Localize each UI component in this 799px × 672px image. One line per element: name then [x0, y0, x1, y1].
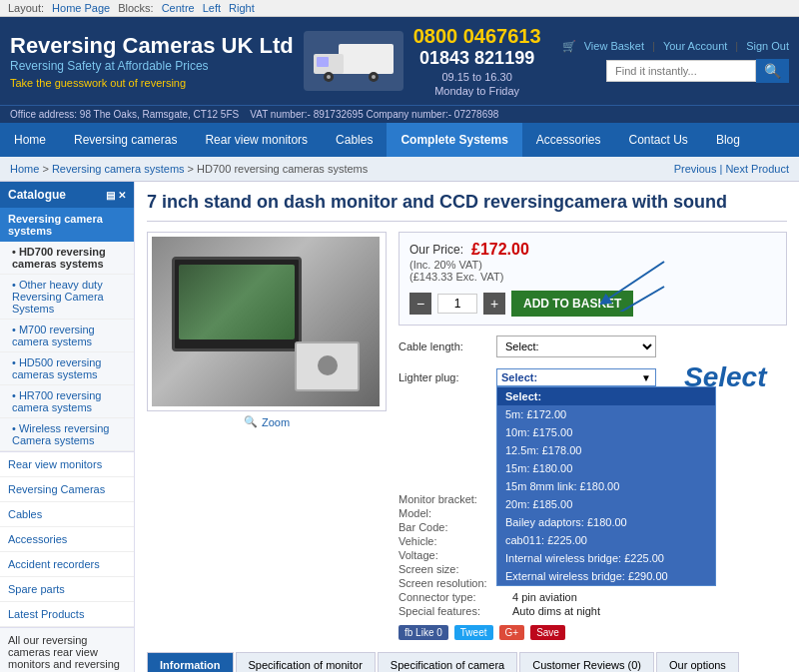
qty-input[interactable]: [437, 294, 477, 314]
sidebar-link-spare-parts[interactable]: Spare parts: [0, 577, 134, 602]
annotation-arrows: [594, 252, 674, 312]
spec-label-vehicle: Vehicle:: [399, 535, 508, 547]
tab-customer-reviews[interactable]: Customer Reviews (0): [519, 652, 654, 672]
sidebar-item-hd700[interactable]: • HD700 reversing cameras systems: [0, 242, 134, 275]
cable-length-row: Cable length: Select: 5m: £172.00 10m: £…: [399, 336, 787, 357]
sidebar-link-accident-recorders[interactable]: Accident recorders: [0, 552, 134, 577]
next-link[interactable]: Next Product: [725, 163, 789, 175]
main-content: Catalogue ▤ ✕ Reversing camera systems •…: [0, 182, 799, 672]
sidebar-link-rear-view-monitors[interactable]: Rear view monitors: [0, 452, 134, 477]
zoom-label[interactable]: Zoom: [262, 416, 290, 428]
tab-information[interactable]: Information: [147, 652, 234, 672]
spec-value-special: Auto dims at night: [512, 605, 600, 617]
header-search: 🔍: [606, 59, 789, 83]
view-basket-link[interactable]: View Basket: [584, 40, 644, 53]
spec-label-monitor-bracket: Monitor bracket:: [399, 493, 508, 505]
nav-reversing-cameras[interactable]: Reversing cameras: [60, 123, 191, 157]
sign-out-link[interactable]: Sign Out: [746, 40, 789, 53]
sidebar-section-title-reversing[interactable]: Reversing camera systems: [0, 208, 134, 242]
sidebar-reversing-camera-systems: Reversing camera systems • HD700 reversi…: [0, 208, 134, 452]
tabs-row: Information Specification of monitor Spe…: [147, 652, 787, 672]
zoom-link[interactable]: 🔍 Zoom: [147, 415, 387, 428]
header-links: 🛒 View Basket | Your Account | Sign Out: [562, 40, 789, 53]
lighter-plug-option-10m[interactable]: 10m: £175.00: [497, 423, 715, 441]
lighter-plug-select-display[interactable]: Select: ▼: [496, 368, 656, 386]
sidebar-item-other-heavy[interactable]: • Other heavy duty Reversing Camera Syst…: [0, 275, 134, 320]
cable-length-select[interactable]: Select: 5m: £172.00 10m: £175.00 12.5m: …: [496, 336, 656, 357]
your-account-link[interactable]: Your Account: [663, 40, 727, 53]
layout-label: Layout:: [8, 2, 44, 14]
nav-complete-systems[interactable]: Complete Systems: [387, 123, 521, 157]
lighter-plug-option-20m[interactable]: 20m: £185.00: [497, 495, 715, 513]
search-button[interactable]: 🔍: [756, 59, 789, 83]
nav-home[interactable]: Home: [0, 123, 60, 157]
sidebar-link-cables[interactable]: Cables: [0, 502, 134, 527]
nav-accessories[interactable]: Accessories: [522, 123, 615, 157]
lighter-plug-option-15m[interactable]: 15m: £180.00: [497, 459, 715, 477]
right-btn[interactable]: Right: [229, 2, 255, 14]
home-page-btn[interactable]: Home Page: [52, 2, 110, 14]
svg-point-6: [372, 75, 376, 79]
qty-increase-button[interactable]: +: [483, 293, 505, 315]
tab-spec-camera[interactable]: Specification of camera: [378, 652, 517, 672]
svg-rect-2: [317, 57, 329, 67]
lighter-plug-option-5m[interactable]: 5m: £172.00: [497, 405, 715, 423]
breadcrumb-systems[interactable]: Reversing camera systems: [52, 163, 185, 175]
spec-label-barcode: Bar Code:: [399, 521, 508, 533]
header-phone: 0800 0467613 01843 821199 09.15 to 16.30…: [413, 25, 541, 97]
spec-label-connector: Connector type:: [399, 591, 508, 603]
blocks-label: Blocks:: [118, 2, 153, 14]
save-button[interactable]: Save: [530, 625, 565, 640]
tab-our-options[interactable]: Our options: [656, 652, 739, 672]
office-line2: VAT number:- 891732695 Company number:- …: [250, 109, 498, 120]
phone2: 01843 821199: [413, 48, 541, 69]
nav-cables[interactable]: Cables: [322, 123, 387, 157]
sidebar-link-accessories[interactable]: Accessories: [0, 527, 134, 552]
fb-like-button[interactable]: fb Like 0: [399, 625, 448, 640]
product-area: 7 inch stand on dash monitor and CCD rev…: [135, 182, 799, 672]
lighter-plug-option-cab011[interactable]: cab011: £225.00: [497, 531, 715, 549]
prev-link[interactable]: Previous: [674, 163, 717, 175]
tab-spec-monitor[interactable]: Specification of monitor: [236, 652, 376, 672]
basket-icon: 🛒: [562, 40, 576, 53]
breadcrumb-current: HD700 reversing cameras systems: [197, 163, 368, 175]
breadcrumb-home[interactable]: Home: [10, 163, 39, 175]
search-input[interactable]: [606, 60, 756, 82]
qty-decrease-button[interactable]: −: [409, 293, 431, 315]
nav-rear-view-monitors[interactable]: Rear view monitors: [191, 123, 322, 157]
sidebar-item-wireless[interactable]: • Wireless reversing Camera systems: [0, 418, 134, 451]
header-right: 🛒 View Basket | Your Account | Sign Out …: [562, 40, 789, 83]
tweet-button[interactable]: Tweet: [454, 625, 493, 640]
header-left: Reversing Cameras UK Ltd Reversing Safet…: [10, 25, 541, 97]
social-row: fb Like 0 Tweet G+ Save: [399, 625, 787, 640]
separator1: |: [652, 40, 655, 53]
days: Monday to Friday: [413, 85, 541, 97]
product-image-placeholder: [152, 237, 380, 406]
zoom-icon: 🔍: [244, 415, 258, 428]
hours: 09.15 to 16.30: [413, 71, 541, 83]
nav-contact-us[interactable]: Contact Us: [615, 123, 702, 157]
svg-line-8: [604, 287, 664, 312]
spec-row-special: Special features: Auto dims at night: [399, 605, 787, 617]
sidebar-link-reversing-cameras[interactable]: Reversing Cameras: [0, 477, 134, 502]
cable-length-label: Cable length:: [399, 340, 488, 352]
lighter-plug-option-int-wireless[interactable]: Internal wireless bridge: £225.00: [497, 549, 715, 567]
nav-blog[interactable]: Blog: [702, 123, 754, 157]
logo-title: Reversing Cameras UK Ltd: [10, 33, 294, 59]
sidebar-item-m700[interactable]: • M700 reversing camera systems: [0, 320, 134, 352]
lighter-plug-option-12m[interactable]: 12.5m: £178.00: [497, 441, 715, 459]
spec-label-special: Special features:: [399, 605, 508, 617]
phone1: 0800 0467613: [413, 25, 541, 48]
sidebar-item-hr700[interactable]: • HR700 reversing camera systems: [0, 385, 134, 418]
gplus-button[interactable]: G+: [499, 625, 525, 640]
sidebar-item-hd500[interactable]: • HD500 reversing cameras systems: [0, 352, 134, 385]
lighter-plug-option-bailey[interactable]: Bailey adaptors: £180.00: [497, 513, 715, 531]
left-btn[interactable]: Left: [203, 2, 221, 14]
sidebar-link-latest-products[interactable]: Latest Products: [0, 602, 134, 627]
centre-btn[interactable]: Centre: [162, 2, 195, 14]
lighter-plug-option-select[interactable]: Select:: [497, 387, 715, 405]
lighter-plug-option-15m8mm[interactable]: 15m 8mm link: £180.00: [497, 477, 715, 495]
lighter-plug-option-ext-wireless[interactable]: External wireless bridge: £290.00: [497, 567, 715, 585]
logo-tagline: Take the guesswork out of reversing: [10, 77, 294, 89]
logo-subtitle: Reversing Safety at Affordable Prices: [10, 59, 294, 73]
